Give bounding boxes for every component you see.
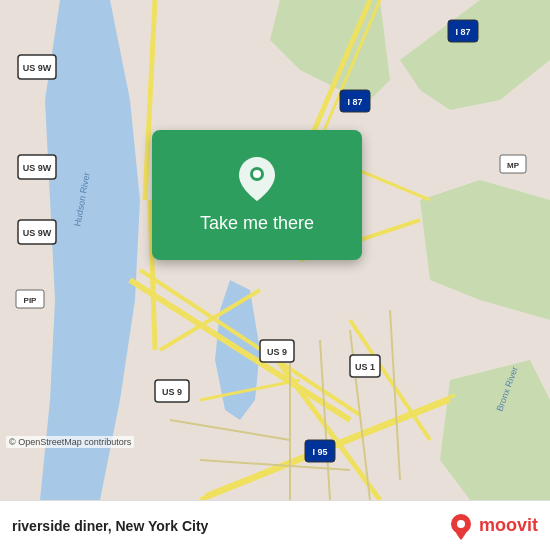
svg-text:US 9: US 9: [267, 347, 287, 357]
place-name: riverside diner, New York City: [12, 518, 208, 534]
svg-text:US 9W: US 9W: [23, 63, 52, 73]
svg-marker-6: [440, 360, 550, 500]
svg-point-55: [457, 520, 465, 528]
moovit-text: moovit: [479, 515, 538, 536]
svg-text:US 9W: US 9W: [23, 163, 52, 173]
svg-text:I 87: I 87: [455, 27, 470, 37]
svg-text:US 1: US 1: [355, 362, 375, 372]
svg-text:US 9W: US 9W: [23, 228, 52, 238]
location-pin-icon: [239, 157, 275, 205]
svg-text:I 95: I 95: [312, 447, 327, 457]
svg-text:US 9: US 9: [162, 387, 182, 397]
place-info: riverside diner, New York City: [12, 518, 208, 534]
take-me-there-label: Take me there: [200, 213, 314, 234]
map-attribution: © OpenStreetMap contributors: [6, 436, 134, 448]
bottom-bar: riverside diner, New York City moovit: [0, 500, 550, 550]
svg-point-53: [253, 170, 261, 178]
moovit-logo: moovit: [447, 512, 538, 540]
map-container: US 9W US 9W US 9W I 87 I 87 US 9 US 9 US…: [0, 0, 550, 500]
svg-text:MP: MP: [507, 161, 520, 170]
svg-text:I 87: I 87: [347, 97, 362, 107]
svg-text:PIP: PIP: [24, 296, 38, 305]
moovit-icon: [447, 512, 475, 540]
take-me-there-button[interactable]: Take me there: [152, 130, 362, 260]
